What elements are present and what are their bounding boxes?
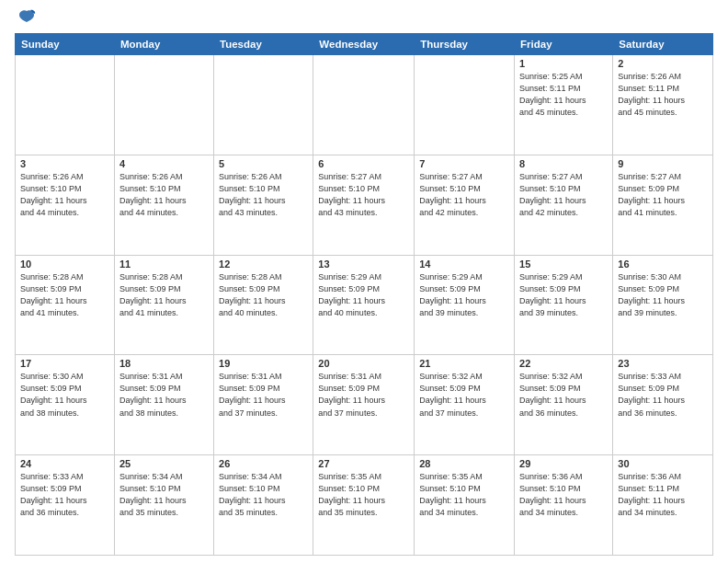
day-info: Sunrise: 5:26 AM Sunset: 5:10 PM Dayligh… — [119, 171, 209, 219]
calendar-day-cell — [16, 55, 115, 155]
day-number: 6 — [318, 158, 409, 169]
calendar-day-cell: 21Sunrise: 5:32 AM Sunset: 5:09 PM Dayli… — [415, 355, 515, 455]
header — [15, 11, 713, 29]
day-number: 12 — [219, 259, 308, 270]
day-info: Sunrise: 5:28 AM Sunset: 5:09 PM Dayligh… — [119, 271, 209, 319]
day-info: Sunrise: 5:31 AM Sunset: 5:09 PM Dayligh… — [318, 371, 409, 419]
calendar-day-cell — [214, 55, 313, 155]
day-number: 7 — [419, 158, 509, 169]
calendar-header-row: SundayMondayTuesdayWednesdayThursdayFrid… — [16, 34, 713, 55]
calendar-weekday-thursday: Thursday — [415, 34, 515, 55]
calendar-day-cell: 23Sunrise: 5:33 AM Sunset: 5:09 PM Dayli… — [613, 355, 713, 455]
day-number: 28 — [419, 458, 509, 469]
calendar-weekday-wednesday: Wednesday — [313, 34, 415, 55]
calendar-weekday-saturday: Saturday — [613, 34, 713, 55]
day-number: 11 — [119, 259, 209, 270]
calendar-day-cell: 8Sunrise: 5:27 AM Sunset: 5:10 PM Daylig… — [515, 155, 613, 255]
day-number: 21 — [419, 358, 509, 369]
day-info: Sunrise: 5:30 AM Sunset: 5:09 PM Dayligh… — [20, 371, 109, 419]
day-info: Sunrise: 5:28 AM Sunset: 5:09 PM Dayligh… — [219, 271, 308, 319]
day-info: Sunrise: 5:29 AM Sunset: 5:09 PM Dayligh… — [419, 271, 509, 319]
day-number: 18 — [119, 358, 209, 369]
calendar-day-cell: 5Sunrise: 5:26 AM Sunset: 5:10 PM Daylig… — [214, 155, 313, 255]
calendar-week-row: 24Sunrise: 5:33 AM Sunset: 5:09 PM Dayli… — [16, 455, 713, 556]
day-number: 24 — [20, 458, 109, 469]
day-number: 4 — [119, 158, 209, 169]
page: SundayMondayTuesdayWednesdayThursdayFrid… — [0, 0, 728, 563]
day-info: Sunrise: 5:31 AM Sunset: 5:09 PM Dayligh… — [119, 371, 209, 419]
day-info: Sunrise: 5:27 AM Sunset: 5:10 PM Dayligh… — [419, 171, 509, 219]
day-info: Sunrise: 5:35 AM Sunset: 5:10 PM Dayligh… — [318, 471, 409, 519]
logo — [15, 11, 36, 29]
calendar-day-cell: 26Sunrise: 5:34 AM Sunset: 5:10 PM Dayli… — [214, 455, 313, 556]
day-info: Sunrise: 5:35 AM Sunset: 5:10 PM Dayligh… — [419, 471, 509, 519]
calendar-day-cell: 6Sunrise: 5:27 AM Sunset: 5:10 PM Daylig… — [313, 155, 415, 255]
calendar-day-cell: 4Sunrise: 5:26 AM Sunset: 5:10 PM Daylig… — [114, 155, 213, 255]
day-number: 16 — [618, 259, 708, 270]
calendar-day-cell: 9Sunrise: 5:27 AM Sunset: 5:09 PM Daylig… — [613, 155, 713, 255]
day-number: 20 — [318, 358, 409, 369]
calendar-weekday-tuesday: Tuesday — [214, 34, 313, 55]
calendar-day-cell: 3Sunrise: 5:26 AM Sunset: 5:10 PM Daylig… — [16, 155, 115, 255]
calendar-day-cell: 15Sunrise: 5:29 AM Sunset: 5:09 PM Dayli… — [515, 255, 613, 355]
day-number: 19 — [219, 358, 308, 369]
day-info: Sunrise: 5:27 AM Sunset: 5:09 PM Dayligh… — [618, 171, 708, 219]
calendar-day-cell: 2Sunrise: 5:26 AM Sunset: 5:11 PM Daylig… — [613, 55, 713, 155]
calendar-day-cell: 22Sunrise: 5:32 AM Sunset: 5:09 PM Dayli… — [515, 355, 613, 455]
day-info: Sunrise: 5:31 AM Sunset: 5:09 PM Dayligh… — [219, 371, 308, 419]
calendar-day-cell: 13Sunrise: 5:29 AM Sunset: 5:09 PM Dayli… — [313, 255, 415, 355]
day-info: Sunrise: 5:33 AM Sunset: 5:09 PM Dayligh… — [618, 371, 708, 419]
day-number: 27 — [318, 458, 409, 469]
calendar-day-cell: 14Sunrise: 5:29 AM Sunset: 5:09 PM Dayli… — [415, 255, 515, 355]
day-number: 9 — [618, 158, 708, 169]
day-info: Sunrise: 5:26 AM Sunset: 5:11 PM Dayligh… — [618, 71, 708, 119]
day-number: 15 — [519, 259, 608, 270]
calendar-weekday-monday: Monday — [114, 34, 213, 55]
day-info: Sunrise: 5:26 AM Sunset: 5:10 PM Dayligh… — [219, 171, 308, 219]
day-info: Sunrise: 5:32 AM Sunset: 5:09 PM Dayligh… — [419, 371, 509, 419]
day-info: Sunrise: 5:34 AM Sunset: 5:10 PM Dayligh… — [119, 471, 209, 519]
day-info: Sunrise: 5:27 AM Sunset: 5:10 PM Dayligh… — [519, 171, 608, 219]
day-number: 17 — [20, 358, 109, 369]
day-number: 10 — [20, 259, 109, 270]
calendar-table: SundayMondayTuesdayWednesdayThursdayFrid… — [15, 33, 713, 556]
calendar-week-row: 17Sunrise: 5:30 AM Sunset: 5:09 PM Dayli… — [16, 355, 713, 455]
day-info: Sunrise: 5:26 AM Sunset: 5:10 PM Dayligh… — [20, 171, 109, 219]
calendar-day-cell: 11Sunrise: 5:28 AM Sunset: 5:09 PM Dayli… — [114, 255, 213, 355]
day-number: 29 — [519, 458, 608, 469]
day-number: 30 — [618, 458, 708, 469]
day-info: Sunrise: 5:36 AM Sunset: 5:10 PM Dayligh… — [519, 471, 608, 519]
day-number: 5 — [219, 158, 308, 169]
calendar-day-cell: 25Sunrise: 5:34 AM Sunset: 5:10 PM Dayli… — [114, 455, 213, 556]
calendar-day-cell: 7Sunrise: 5:27 AM Sunset: 5:10 PM Daylig… — [415, 155, 515, 255]
calendar-day-cell: 27Sunrise: 5:35 AM Sunset: 5:10 PM Dayli… — [313, 455, 415, 556]
calendar-weekday-sunday: Sunday — [16, 34, 115, 55]
day-number: 13 — [318, 259, 409, 270]
calendar-day-cell: 30Sunrise: 5:36 AM Sunset: 5:11 PM Dayli… — [613, 455, 713, 556]
calendar-day-cell: 24Sunrise: 5:33 AM Sunset: 5:09 PM Dayli… — [16, 455, 115, 556]
day-number: 1 — [519, 58, 608, 69]
calendar-day-cell — [415, 55, 515, 155]
day-info: Sunrise: 5:28 AM Sunset: 5:09 PM Dayligh… — [20, 271, 109, 319]
day-info: Sunrise: 5:30 AM Sunset: 5:09 PM Dayligh… — [618, 271, 708, 319]
day-number: 25 — [119, 458, 209, 469]
day-number: 22 — [519, 358, 608, 369]
calendar-day-cell — [114, 55, 213, 155]
calendar-day-cell — [313, 55, 415, 155]
calendar-day-cell: 20Sunrise: 5:31 AM Sunset: 5:09 PM Dayli… — [313, 355, 415, 455]
day-info: Sunrise: 5:36 AM Sunset: 5:11 PM Dayligh… — [618, 471, 708, 519]
calendar-day-cell: 17Sunrise: 5:30 AM Sunset: 5:09 PM Dayli… — [16, 355, 115, 455]
day-number: 8 — [519, 158, 608, 169]
calendar-day-cell: 16Sunrise: 5:30 AM Sunset: 5:09 PM Dayli… — [613, 255, 713, 355]
calendar-day-cell: 28Sunrise: 5:35 AM Sunset: 5:10 PM Dayli… — [415, 455, 515, 556]
calendar-week-row: 1Sunrise: 5:25 AM Sunset: 5:11 PM Daylig… — [16, 55, 713, 155]
logo-bird-icon — [17, 9, 36, 29]
day-info: Sunrise: 5:34 AM Sunset: 5:10 PM Dayligh… — [219, 471, 308, 519]
calendar-weekday-friday: Friday — [515, 34, 613, 55]
calendar-day-cell: 1Sunrise: 5:25 AM Sunset: 5:11 PM Daylig… — [515, 55, 613, 155]
day-info: Sunrise: 5:25 AM Sunset: 5:11 PM Dayligh… — [519, 71, 608, 119]
calendar-week-row: 10Sunrise: 5:28 AM Sunset: 5:09 PM Dayli… — [16, 255, 713, 355]
calendar-day-cell: 29Sunrise: 5:36 AM Sunset: 5:10 PM Dayli… — [515, 455, 613, 556]
day-info: Sunrise: 5:27 AM Sunset: 5:10 PM Dayligh… — [318, 171, 409, 219]
calendar-day-cell: 10Sunrise: 5:28 AM Sunset: 5:09 PM Dayli… — [16, 255, 115, 355]
